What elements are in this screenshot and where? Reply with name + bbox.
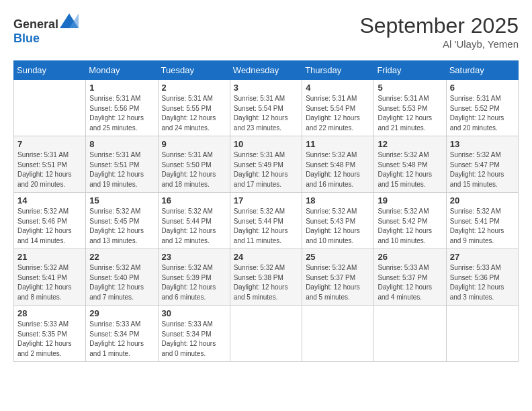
calendar-cell: 24Sunrise: 5:32 AM Sunset: 5:38 PM Dayli… — [230, 249, 302, 306]
weekday-sunday: Sunday — [14, 61, 86, 80]
logo: General Blue — [13, 13, 79, 46]
day-info: Sunrise: 5:31 AM Sunset: 5:53 PM Dayligh… — [378, 94, 442, 133]
day-info: Sunrise: 5:32 AM Sunset: 5:45 PM Dayligh… — [89, 207, 154, 246]
calendar-week-5: 28Sunrise: 5:33 AM Sunset: 5:35 PM Dayli… — [14, 306, 519, 362]
calendar-cell: 9Sunrise: 5:31 AM Sunset: 5:50 PM Daylig… — [158, 136, 230, 193]
day-number: 29 — [89, 308, 154, 318]
day-number: 12 — [378, 139, 442, 149]
day-number: 4 — [306, 83, 370, 93]
calendar-cell — [374, 306, 446, 362]
calendar-cell: 10Sunrise: 5:31 AM Sunset: 5:49 PM Dayli… — [230, 136, 302, 193]
logo-blue: Blue — [13, 32, 40, 45]
day-number: 14 — [17, 195, 82, 205]
day-info: Sunrise: 5:32 AM Sunset: 5:38 PM Dayligh… — [234, 263, 298, 302]
calendar-cell — [302, 306, 374, 362]
day-number: 21 — [17, 252, 82, 262]
calendar-cell: 26Sunrise: 5:33 AM Sunset: 5:37 PM Dayli… — [374, 249, 446, 306]
calendar-cell: 13Sunrise: 5:32 AM Sunset: 5:47 PM Dayli… — [446, 136, 518, 193]
day-info: Sunrise: 5:32 AM Sunset: 5:41 PM Dayligh… — [17, 263, 82, 302]
calendar-cell: 29Sunrise: 5:33 AM Sunset: 5:34 PM Dayli… — [86, 306, 158, 362]
calendar-cell: 15Sunrise: 5:32 AM Sunset: 5:45 PM Dayli… — [86, 193, 158, 249]
calendar-table: SundayMondayTuesdayWednesdayThursdayFrid… — [13, 60, 519, 362]
day-info: Sunrise: 5:32 AM Sunset: 5:43 PM Dayligh… — [306, 207, 370, 246]
calendar-cell: 25Sunrise: 5:32 AM Sunset: 5:37 PM Dayli… — [302, 249, 374, 306]
day-info: Sunrise: 5:32 AM Sunset: 5:47 PM Dayligh… — [450, 150, 515, 189]
weekday-monday: Monday — [86, 61, 158, 80]
day-number: 17 — [234, 195, 298, 205]
day-number: 30 — [162, 308, 226, 318]
day-number: 13 — [450, 139, 515, 149]
day-info: Sunrise: 5:31 AM Sunset: 5:51 PM Dayligh… — [17, 150, 82, 189]
calendar-cell: 11Sunrise: 5:32 AM Sunset: 5:48 PM Dayli… — [302, 136, 374, 193]
day-info: Sunrise: 5:31 AM Sunset: 5:54 PM Dayligh… — [306, 94, 370, 133]
day-number: 28 — [17, 308, 82, 318]
calendar-cell: 21Sunrise: 5:32 AM Sunset: 5:41 PM Dayli… — [14, 249, 86, 306]
day-info: Sunrise: 5:32 AM Sunset: 5:40 PM Dayligh… — [89, 263, 154, 302]
calendar-cell: 3Sunrise: 5:31 AM Sunset: 5:54 PM Daylig… — [230, 80, 302, 136]
day-info: Sunrise: 5:33 AM Sunset: 5:36 PM Dayligh… — [450, 263, 515, 302]
calendar-cell: 8Sunrise: 5:31 AM Sunset: 5:51 PM Daylig… — [86, 136, 158, 193]
day-number: 3 — [234, 83, 298, 93]
day-info: Sunrise: 5:32 AM Sunset: 5:37 PM Dayligh… — [306, 263, 370, 302]
day-info: Sunrise: 5:32 AM Sunset: 5:48 PM Dayligh… — [306, 150, 370, 189]
calendar-body: 1Sunrise: 5:31 AM Sunset: 5:56 PM Daylig… — [14, 80, 519, 362]
calendar-cell: 27Sunrise: 5:33 AM Sunset: 5:36 PM Dayli… — [446, 249, 518, 306]
page-header: General Blue September 2025 Al 'Ulayb, Y… — [13, 13, 519, 50]
day-number: 6 — [450, 83, 515, 93]
calendar-cell: 12Sunrise: 5:32 AM Sunset: 5:48 PM Dayli… — [374, 136, 446, 193]
day-info: Sunrise: 5:31 AM Sunset: 5:49 PM Dayligh… — [234, 150, 298, 189]
calendar-week-1: 1Sunrise: 5:31 AM Sunset: 5:56 PM Daylig… — [14, 80, 519, 136]
logo-general: General — [13, 17, 58, 31]
weekday-wednesday: Wednesday — [230, 61, 302, 80]
calendar-week-3: 14Sunrise: 5:32 AM Sunset: 5:46 PM Dayli… — [14, 193, 519, 249]
day-number: 23 — [162, 252, 226, 262]
calendar-cell: 30Sunrise: 5:33 AM Sunset: 5:34 PM Dayli… — [158, 306, 230, 362]
calendar-cell: 22Sunrise: 5:32 AM Sunset: 5:40 PM Dayli… — [86, 249, 158, 306]
calendar-cell: 2Sunrise: 5:31 AM Sunset: 5:55 PM Daylig… — [158, 80, 230, 136]
calendar-cell: 17Sunrise: 5:32 AM Sunset: 5:44 PM Dayli… — [230, 193, 302, 249]
day-number: 24 — [234, 252, 298, 262]
location-label: Al 'Ulayb, Yemen — [359, 38, 519, 50]
calendar-cell: 19Sunrise: 5:32 AM Sunset: 5:42 PM Dayli… — [374, 193, 446, 249]
calendar-cell: 16Sunrise: 5:32 AM Sunset: 5:44 PM Dayli… — [158, 193, 230, 249]
day-number: 19 — [378, 195, 442, 205]
calendar-cell: 6Sunrise: 5:31 AM Sunset: 5:52 PM Daylig… — [446, 80, 518, 136]
logo-text: General Blue — [13, 13, 79, 46]
day-number: 2 — [162, 83, 226, 93]
day-info: Sunrise: 5:32 AM Sunset: 5:42 PM Dayligh… — [378, 207, 442, 246]
day-number: 9 — [162, 139, 226, 149]
day-number: 16 — [162, 195, 226, 205]
calendar-cell — [230, 306, 302, 362]
day-number: 11 — [306, 139, 370, 149]
day-info: Sunrise: 5:32 AM Sunset: 5:41 PM Dayligh… — [450, 207, 515, 246]
calendar-cell: 28Sunrise: 5:33 AM Sunset: 5:35 PM Dayli… — [14, 306, 86, 362]
day-number: 7 — [17, 139, 82, 149]
day-number: 5 — [378, 83, 442, 93]
day-info: Sunrise: 5:32 AM Sunset: 5:39 PM Dayligh… — [162, 263, 226, 302]
day-number: 22 — [89, 252, 154, 262]
calendar-cell: 14Sunrise: 5:32 AM Sunset: 5:46 PM Dayli… — [14, 193, 86, 249]
logo-icon — [60, 13, 79, 28]
day-info: Sunrise: 5:32 AM Sunset: 5:44 PM Dayligh… — [162, 207, 226, 246]
day-info: Sunrise: 5:31 AM Sunset: 5:52 PM Dayligh… — [450, 94, 515, 133]
day-info: Sunrise: 5:32 AM Sunset: 5:48 PM Dayligh… — [378, 150, 442, 189]
day-info: Sunrise: 5:31 AM Sunset: 5:50 PM Dayligh… — [162, 150, 226, 189]
calendar-cell: 5Sunrise: 5:31 AM Sunset: 5:53 PM Daylig… — [374, 80, 446, 136]
calendar-cell: 1Sunrise: 5:31 AM Sunset: 5:56 PM Daylig… — [86, 80, 158, 136]
calendar-week-2: 7Sunrise: 5:31 AM Sunset: 5:51 PM Daylig… — [14, 136, 519, 193]
weekday-header-row: SundayMondayTuesdayWednesdayThursdayFrid… — [14, 61, 519, 80]
title-block: September 2025 Al 'Ulayb, Yemen — [359, 13, 519, 50]
day-number: 27 — [450, 252, 515, 262]
day-number: 1 — [89, 83, 154, 93]
day-info: Sunrise: 5:31 AM Sunset: 5:56 PM Dayligh… — [89, 94, 154, 133]
day-number: 8 — [89, 139, 154, 149]
day-info: Sunrise: 5:33 AM Sunset: 5:34 PM Dayligh… — [162, 320, 226, 359]
weekday-tuesday: Tuesday — [158, 61, 230, 80]
calendar-week-4: 21Sunrise: 5:32 AM Sunset: 5:41 PM Dayli… — [14, 249, 519, 306]
day-number: 25 — [306, 252, 370, 262]
weekday-friday: Friday — [374, 61, 446, 80]
day-info: Sunrise: 5:31 AM Sunset: 5:55 PM Dayligh… — [162, 94, 226, 133]
calendar-cell: 20Sunrise: 5:32 AM Sunset: 5:41 PM Dayli… — [446, 193, 518, 249]
calendar-cell — [14, 80, 86, 136]
day-info: Sunrise: 5:32 AM Sunset: 5:44 PM Dayligh… — [234, 207, 298, 246]
